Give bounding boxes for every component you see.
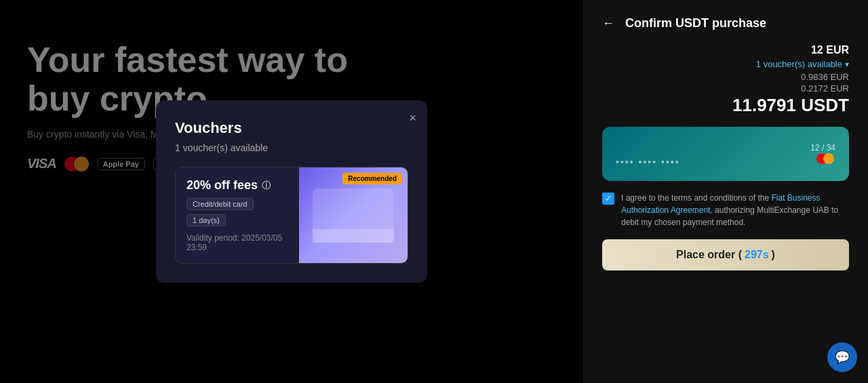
place-order-label: Place order ( [676, 249, 742, 261]
terms-row: ✓ I agree to the terms and conditions of… [602, 192, 849, 228]
vouchers-modal: Vouchers 1 voucher(s) available × 20% of… [156, 100, 427, 283]
amount-display: 12 EUR [602, 44, 849, 56]
voucher-validity: Validity period: 2025/03/05 23:59 [186, 233, 288, 252]
terms-text: I agree to the terms and conditions of t… [621, 192, 849, 228]
support-icon: 💬 [835, 350, 850, 365]
terms-checkbox[interactable]: ✓ [602, 193, 614, 205]
modal-subtitle: 1 voucher(s) available [175, 142, 408, 153]
card-meta: 12 / 34 [810, 143, 835, 167]
voucher-card[interactable]: 20% off fees ⓘ Credit/debit card 1 day(s… [175, 167, 408, 264]
place-order-button[interactable]: Place order ( 297s ) [602, 239, 849, 270]
card-mastercard-icon [816, 153, 835, 165]
tag-duration: 1 day(s) [186, 214, 226, 226]
voucher-discount: 20% off fees ⓘ [186, 178, 288, 193]
back-button[interactable]: ← [602, 16, 614, 31]
recommended-badge: Recommended [342, 173, 402, 184]
modal-title: Vouchers [175, 119, 408, 137]
modal-overlay: Vouchers 1 voucher(s) available × 20% of… [0, 0, 583, 383]
voucher-tags: Credit/debit card 1 day(s) [186, 198, 288, 226]
voucher-available-link[interactable]: 1 voucher(s) available [756, 59, 842, 69]
right-panel: ← Confirm USDT purchase 12 EUR 1 voucher… [583, 0, 868, 383]
voucher-info: 20% off fees ⓘ Credit/debit card 1 day(s… [176, 167, 299, 263]
card-widget: •••• •••• •••• 12 / 34 [602, 127, 849, 181]
total-usdt-display: 11.9791 USDT [602, 95, 849, 116]
info-icon: ⓘ [262, 180, 271, 192]
voucher-row: 1 voucher(s) available ▾ [602, 59, 849, 69]
voucher-image: Recommended [299, 167, 408, 263]
panel-header: ← Confirm USDT purchase [602, 16, 849, 31]
voucher-card-stripe [313, 229, 394, 243]
panel-title: Confirm USDT purchase [625, 16, 766, 31]
place-order-suffix: ) [772, 249, 775, 261]
fee-row-2: 0.2172 EUR [602, 83, 849, 94]
amount-eur-value: 12 EUR [811, 44, 849, 56]
checkmark-icon: ✓ [605, 194, 612, 203]
voucher-chevron-icon: ▾ [845, 60, 849, 69]
card-number: •••• •••• •••• [616, 157, 680, 167]
support-button[interactable]: 💬 [827, 342, 857, 372]
card-counter: 12 / 34 [810, 143, 835, 153]
fee-row-1: 0.9836 EUR [602, 72, 849, 82]
countdown-value: 297s [745, 249, 769, 261]
voucher-card-graphic [313, 188, 394, 243]
modal-close-button[interactable]: × [409, 111, 416, 125]
tag-credit-card: Credit/debit card [186, 198, 254, 210]
